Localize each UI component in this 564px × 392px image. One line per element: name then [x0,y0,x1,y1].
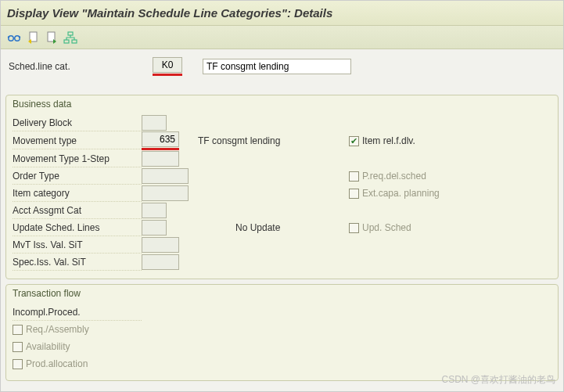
checkbox-icon [13,359,23,369]
mvt-iss-val-sit-field[interactable] [142,237,179,253]
business-data-panel: Business data Delivery Block Movement ty… [5,95,559,279]
checkbox-icon [13,342,23,352]
prod-allocation-label: Prod.allocation [26,358,88,369]
req-assembly-checkbox[interactable]: Req./Assembly [13,324,89,335]
preq-del-sched-checkbox[interactable]: P.req.del.sched [349,171,551,182]
row-update-sched-lines: Update Sched. Lines No Update Upd. Sched [13,219,551,236]
movement-type-label: Movement type [13,132,142,149]
spec-iss-val-sit-label: Spec.Iss. Val. SiT [13,254,142,271]
svg-rect-6 [68,32,73,35]
svg-point-1 [15,35,20,40]
row-incompl-proced: Incompl.Proced. [13,304,551,321]
spec-iss-val-sit-field[interactable] [142,254,179,270]
update-sched-lines-label: Update Sched. Lines [13,219,142,236]
sched-line-cat-underline [153,57,182,76]
glasses-icon[interactable] [7,31,21,45]
delivery-block-field[interactable] [142,115,167,131]
ext-capa-planning-label: Ext.capa. planning [362,188,440,199]
svg-rect-8 [72,40,77,43]
update-sched-lines-field[interactable] [142,220,167,236]
row-delivery-block: Delivery Block [13,114,551,131]
transaction-flow-title: Transaction flow [13,288,551,299]
row-availability: Availability [13,338,551,355]
watermark: CSDN @喜欢打酱油的老鸟 [441,373,555,387]
movement-type-1step-field[interactable] [142,151,179,167]
update-sched-lines-text: No Update [196,222,333,233]
availability-label: Availability [26,341,70,352]
item-category-field[interactable] [142,185,189,201]
movement-type-1step-label: Movement Type 1-Step [13,150,142,167]
sched-line-cat-field[interactable] [153,57,182,73]
item-rel-dlv-checkbox[interactable]: ✔ Item rel.f.dlv. [349,135,551,146]
movement-type-text: TF consgmt lending [196,135,333,146]
row-acct-assgmt-cat: Acct Assgmt Cat [13,202,551,219]
transaction-flow-panel: Transaction flow Incompl.Proced. Req./As… [5,284,559,381]
checkbox-icon [13,325,23,335]
business-data-title: Business data [13,99,551,110]
order-type-field[interactable] [142,168,189,184]
row-req-assembly: Req./Assembly [13,321,551,338]
order-type-label: Order Type [13,167,142,185]
preq-del-sched-label: P.req.del.sched [362,171,426,182]
ext-capa-planning-checkbox[interactable]: Ext.capa. planning [349,188,551,199]
item-rel-dlv-label: Item rel.f.dlv. [362,135,415,146]
checkbox-icon [349,223,359,233]
row-spec-iss-val-sit: Spec.Iss. Val. SiT [13,254,551,271]
upd-sched-checkbox[interactable]: Upd. Sched [349,222,551,233]
title-bar: Display View "Maintain Schedule Line Cat… [1,1,563,26]
svg-point-0 [9,35,13,40]
row-mvt-iss-val-sit: MvT Iss. Val. SiT [13,236,551,254]
doc-prev-icon[interactable] [26,31,40,45]
row-movement-type: Movement type 635 TF consgmt lending ✔ I… [13,131,551,150]
incompl-proced-label: Incompl.Proced. [13,304,142,321]
acct-assgmt-cat-field[interactable] [142,203,167,218]
sched-line-cat-label: Sched.line cat. [9,61,146,72]
delivery-block-label: Delivery Block [13,114,142,131]
prod-allocation-checkbox[interactable]: Prod.allocation [13,358,88,369]
movement-type-field[interactable]: 635 [142,131,179,147]
page-title: Display View "Maintain Schedule Line Cat… [7,6,332,20]
availability-checkbox[interactable]: Availability [13,341,70,352]
checkbox-icon [349,189,359,199]
row-order-type: Order Type P.req.del.sched [13,167,551,185]
mvt-iss-val-sit-label: MvT Iss. Val. SiT [13,236,142,254]
hierarchy-icon[interactable] [63,31,77,45]
doc-next-icon[interactable] [45,31,59,45]
item-category-label: Item category [13,185,142,202]
req-assembly-label: Req./Assembly [26,324,89,335]
row-movement-type-1step: Movement Type 1-Step [13,150,551,167]
row-prod-allocation: Prod.allocation [13,355,551,372]
checkbox-icon [349,171,359,182]
sched-line-cat-desc-field[interactable] [203,59,351,74]
acct-assgmt-cat-label: Acct Assgmt Cat [13,202,142,219]
check-icon: ✔ [349,136,359,146]
row-item-category: Item category Ext.capa. planning [13,185,551,202]
toolbar [1,26,563,49]
upd-sched-label: Upd. Sched [362,222,411,233]
header-row: Sched.line cat. [1,49,563,92]
svg-rect-7 [64,40,69,43]
